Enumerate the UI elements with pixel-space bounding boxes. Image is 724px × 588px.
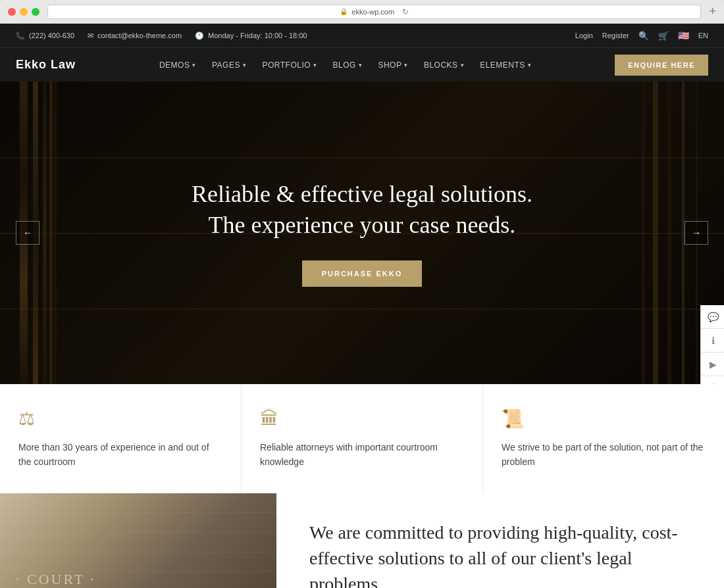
nav-item-blocks[interactable]: BLOCKS ▾ (424, 61, 464, 70)
chevron-down-icon: ▾ (461, 62, 465, 68)
nav-label-blocks: BLOCKS (424, 61, 458, 70)
hours-info: 🕐 Monday - Friday: 10:00 - 18:00 (195, 32, 307, 40)
business-hours: Monday - Friday: 10:00 - 18:00 (208, 32, 307, 39)
stone-line (0, 552, 276, 552)
login-link[interactable]: Login (575, 32, 593, 39)
nav-label-portfolio: PORTFOLIO (262, 61, 311, 70)
browser-dots (8, 8, 39, 16)
hero-prev-button[interactable]: ← (16, 221, 39, 245)
lock-icon: 🔒 (340, 8, 348, 15)
nav-item-elements[interactable]: ELEMENTS ▾ (480, 61, 531, 70)
close-button[interactable] (8, 8, 16, 16)
hero-section: ← Reliable & effective legal solutions. … (0, 82, 724, 384)
top-bar-right: Login Register 🔍 🛒 🇺🇸 EN (575, 30, 708, 41)
nav-item-shop[interactable]: SHOP ▾ (378, 61, 408, 70)
stone-line (0, 512, 276, 513)
feature-card-1: 🏛 Reliable attorneys with important cour… (242, 384, 483, 493)
feature-card-2: 📜 We strive to be part of the solution, … (483, 384, 724, 493)
nav-item-portfolio[interactable]: PORTFOLIO ▾ (262, 61, 317, 70)
browser-window: 🔒 ekko-wp.com ↻ + 📞 (222) 400-630 ✉ cont… (0, 0, 724, 588)
top-bar-left: 📞 (222) 400-630 ✉ contact@ekko-theme.com… (16, 32, 307, 40)
enquire-button[interactable]: ENQUIRE HERE (615, 55, 708, 76)
nav-label-blog: BLOG (333, 61, 356, 70)
site-brand[interactable]: Ekko Law (16, 58, 76, 72)
browser-chrome: 🔒 ekko-wp.com ↻ + (0, 0, 724, 24)
sidebar-icon-panel: 💬 ℹ ▶ 🔒 (700, 305, 724, 384)
chevron-down-icon: ▾ (359, 62, 363, 68)
email-icon: ✉ (88, 32, 93, 40)
phone-info: 📞 (222) 400-630 (16, 32, 74, 40)
nav-label-shop: SHOP (378, 61, 401, 70)
info-icon[interactable]: ℹ (701, 329, 724, 353)
scales-icon: ⚖ (18, 408, 222, 429)
chevron-down-icon: ▾ (192, 62, 196, 68)
nav-item-demos[interactable]: DEMOS ▾ (159, 61, 196, 70)
chat-icon[interactable]: 💬 (701, 305, 724, 329)
hero-title-line2: The experience your case needs. (192, 210, 532, 241)
shelf-horizontal (0, 308, 724, 310)
arrow-left-icon: ← (23, 228, 32, 238)
feature-text-2: We strive to be part of the solution, no… (502, 440, 706, 470)
nav-label-pages: PAGES (212, 61, 240, 70)
nav-menu: DEMOS ▾ PAGES ▾ PORTFOLIO ▾ BLOG ▾ SHOP … (159, 61, 531, 70)
address-bar[interactable]: 🔒 ekko-wp.com ↻ (47, 5, 701, 19)
chevron-down-icon: ▾ (313, 62, 317, 68)
bottom-content: We are committed to providing high-quali… (276, 493, 724, 588)
nav-label-elements: ELEMENTS (480, 61, 525, 70)
hero-cta-button[interactable]: PURCHASE EKKO (302, 260, 423, 287)
lock-sidebar-icon[interactable]: 🔒 (701, 376, 724, 384)
scroll-icon: 📜 (502, 408, 706, 429)
phone-number: (222) 400-630 (29, 32, 74, 39)
courthouse-text-line1: · COURT · (16, 570, 96, 588)
email-info: ✉ contact@ekko-theme.com (88, 32, 182, 40)
play-icon[interactable]: ▶ (701, 353, 724, 376)
feature-text-0: More than 30 years of experience in and … (18, 440, 222, 470)
phone-icon: 📞 (16, 32, 25, 40)
hero-content: Reliable & effective legal solutions. Th… (192, 179, 532, 287)
nav-label-demos: DEMOS (159, 61, 190, 70)
feature-card-0: ⚖ More than 30 years of experience in an… (0, 384, 242, 493)
shelf-horizontal (0, 157, 724, 159)
commitment-quote: We are committed to providing high-quali… (309, 520, 691, 588)
courthouse-label: · COURT · HOUSE (16, 570, 96, 588)
features-section: ⚖ More than 30 years of experience in an… (0, 384, 724, 493)
nav-item-blog[interactable]: BLOG ▾ (333, 61, 363, 70)
flag-icon: 🇺🇸 (678, 30, 689, 41)
bottom-section: · COURT · HOUSE We are committed to prov… (0, 493, 724, 588)
chevron-down-icon: ▾ (243, 62, 247, 68)
register-link[interactable]: Register (602, 32, 629, 39)
top-bar: 📞 (222) 400-630 ✉ contact@ekko-theme.com… (0, 24, 724, 47)
new-tab-button[interactable]: + (709, 5, 716, 18)
hero-title-line1: Reliable & effective legal solutions. (192, 179, 532, 210)
chevron-down-icon: ▾ (528, 62, 532, 68)
hero-next-button[interactable]: → (685, 221, 708, 245)
nav-item-pages[interactable]: PAGES ▾ (212, 61, 246, 70)
navbar: Ekko Law DEMOS ▾ PAGES ▾ PORTFOLIO ▾ BLO… (0, 47, 724, 82)
maximize-button[interactable] (32, 8, 39, 16)
cart-icon[interactable]: 🛒 (658, 31, 669, 41)
clock-icon: 🕐 (195, 32, 204, 40)
minimize-button[interactable] (20, 8, 28, 16)
courthouse-icon: 🏛 (260, 408, 464, 429)
hero-title: Reliable & effective legal solutions. Th… (192, 179, 532, 241)
lang-label[interactable]: EN (698, 32, 708, 39)
feature-text-1: Reliable attorneys with important courtr… (260, 440, 464, 470)
stone-line (0, 532, 276, 533)
chevron-down-icon: ▾ (404, 62, 408, 68)
arrow-right-icon: → (692, 228, 701, 238)
courthouse-image: · COURT · HOUSE (0, 493, 276, 588)
search-icon[interactable]: 🔍 (638, 31, 649, 41)
url-text: ekko-wp.com (351, 8, 394, 16)
email-address: contact@ekko-theme.com (97, 32, 182, 39)
refresh-icon[interactable]: ↻ (402, 7, 409, 16)
